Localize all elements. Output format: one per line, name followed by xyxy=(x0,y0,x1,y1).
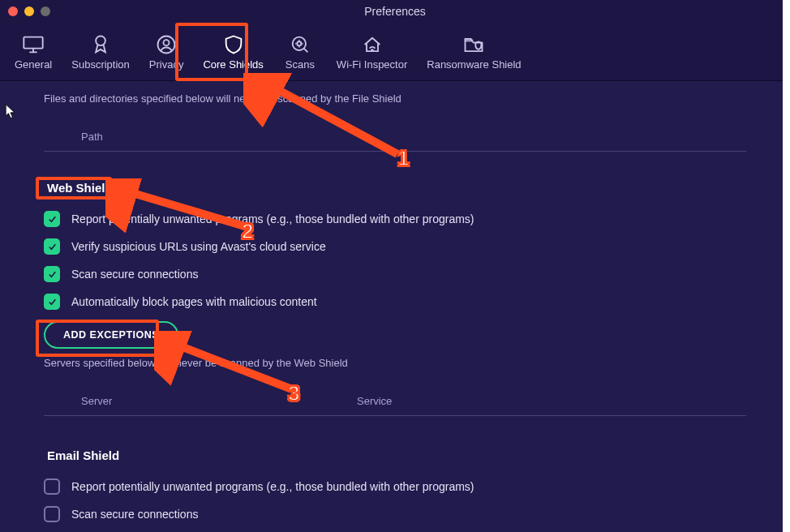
window-edge xyxy=(783,0,790,532)
checkbox-scan-secure[interactable] xyxy=(44,266,60,282)
web-shield-table-header: Server Service xyxy=(44,387,746,415)
column-header-service: Service xyxy=(357,395,746,407)
svg-point-1 xyxy=(96,36,105,46)
checkbox-email-pup[interactable] xyxy=(44,478,60,495)
option-row-verify-urls: Verify suspicious URLs using Avast's clo… xyxy=(44,238,746,255)
column-header-path: Path xyxy=(81,131,357,143)
preferences-tabbar: General Subscription Privacy Core Shield… xyxy=(0,23,790,81)
shield-icon xyxy=(222,34,245,55)
column-header-server: Server xyxy=(81,395,357,407)
svg-point-3 xyxy=(164,40,170,45)
divider xyxy=(44,415,746,416)
add-exceptions-button[interactable]: ADD EXCEPTIONS xyxy=(44,321,178,349)
file-shield-description: Files and directories specified below wi… xyxy=(44,92,746,105)
tab-subscription[interactable]: Subscription xyxy=(62,29,140,75)
svg-point-6 xyxy=(371,49,373,51)
svg-rect-0 xyxy=(24,37,42,49)
close-window-button[interactable] xyxy=(8,6,18,16)
titlebar: Preferences xyxy=(0,0,790,23)
web-shield-description: Servers specified below will never be sc… xyxy=(44,357,746,369)
tab-general[interactable]: General xyxy=(5,29,62,75)
option-row-scan-secure: Scan secure connections xyxy=(44,266,746,282)
tab-label: Ransomware Shield xyxy=(427,58,521,71)
monitor-icon xyxy=(22,34,45,55)
tab-label: Privacy xyxy=(149,58,184,71)
file-shield-table-header: Path xyxy=(44,122,746,151)
tab-core-shields[interactable]: Core Shields xyxy=(193,29,273,75)
checkbox-verify-urls[interactable] xyxy=(44,238,60,255)
option-row-email-scan-secure: Scan secure connections xyxy=(44,506,746,522)
option-row-email-pup: Report potentially unwanted programs (e.… xyxy=(44,478,746,495)
checkbox-pup[interactable] xyxy=(44,211,60,227)
option-label: Scan secure connections xyxy=(71,508,198,521)
magnifier-bug-icon xyxy=(289,34,311,55)
email-shield-title: Email Shield xyxy=(44,447,122,464)
tab-scans[interactable]: Scans xyxy=(273,29,327,75)
user-circle-icon xyxy=(155,34,178,55)
svg-point-5 xyxy=(297,41,301,45)
window-title: Preferences xyxy=(364,5,425,18)
folder-shield-icon xyxy=(462,34,485,55)
tab-wifi-inspector[interactable]: Wi-Fi Inspector xyxy=(327,29,417,75)
tab-privacy[interactable]: Privacy xyxy=(140,29,194,75)
zoom-window-button[interactable] xyxy=(41,6,50,16)
option-label: Automatically block pages with malicious… xyxy=(71,295,317,308)
tab-label: General xyxy=(15,58,52,71)
tab-label: Wi-Fi Inspector xyxy=(337,58,407,71)
minimize-window-button[interactable] xyxy=(24,6,34,16)
option-label: Report potentially unwanted programs (e.… xyxy=(71,212,474,225)
checkbox-email-scan-secure[interactable] xyxy=(44,506,60,522)
ribbon-icon xyxy=(89,34,112,55)
option-row-pup: Report potentially unwanted programs (e.… xyxy=(44,211,746,227)
divider xyxy=(44,151,746,152)
option-label: Scan secure connections xyxy=(71,268,198,281)
preferences-content: Files and directories specified below wi… xyxy=(0,81,790,532)
home-wifi-icon xyxy=(361,34,384,55)
tab-label: Subscription xyxy=(71,58,130,71)
checkbox-auto-block[interactable] xyxy=(44,294,60,310)
window-controls xyxy=(8,6,50,16)
option-row-auto-block: Automatically block pages with malicious… xyxy=(44,294,746,310)
option-label: Verify suspicious URLs using Avast's clo… xyxy=(71,240,326,253)
svg-point-4 xyxy=(293,37,306,50)
tab-label: Scans xyxy=(286,58,315,71)
tab-label: Core Shields xyxy=(203,58,263,71)
option-label: Report potentially unwanted programs (e.… xyxy=(71,480,474,493)
web-shield-title: Web Shield xyxy=(44,179,116,196)
tab-ransomware-shield[interactable]: Ransomware Shield xyxy=(417,29,530,75)
